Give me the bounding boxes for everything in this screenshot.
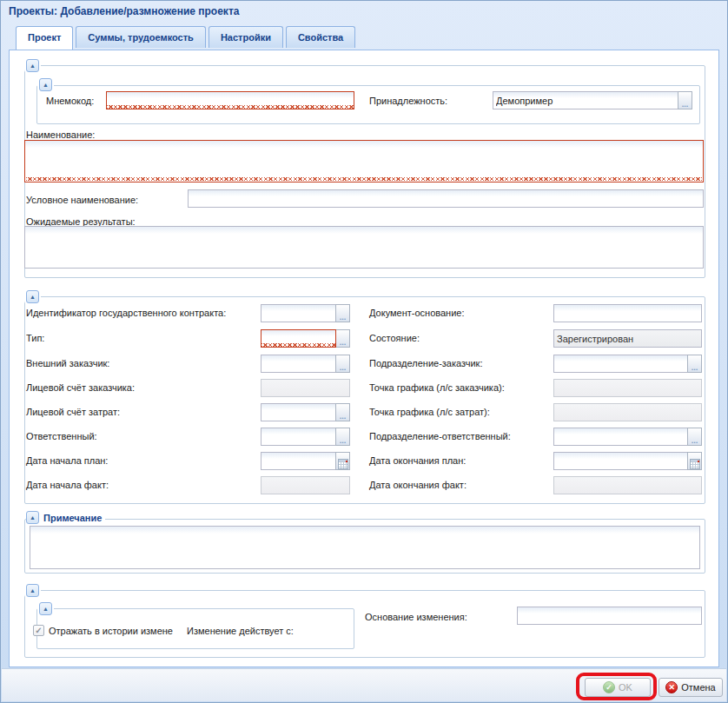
form-row: Внешний заказчик: ... Подразделение-зака… [10, 355, 718, 374]
collapse-icon: ▲ [30, 294, 36, 300]
tab-settings[interactable]: Настройки [208, 26, 283, 48]
belong-input[interactable] [493, 91, 678, 109]
responsible-label: Ответственный: [26, 431, 97, 441]
lookup-trigger-button[interactable]: ... [678, 91, 692, 109]
base-document-label: Документ-основание: [369, 308, 465, 318]
collapse-icon: ▲ [30, 514, 36, 521]
form-row: Ответственный: ... Подразделение-ответст… [10, 428, 718, 447]
type-label: Тип: [26, 333, 44, 343]
gov-contract-label: Идентификатор государственного контракта… [26, 308, 226, 318]
cancel-button-label: Отмена [681, 682, 715, 693]
ellipsis-icon: ... [692, 363, 698, 372]
ellipsis-icon: ... [340, 363, 347, 372]
collapse-button[interactable]: ▲ [26, 290, 39, 303]
alt-name-input[interactable] [188, 189, 704, 208]
date-trigger-button[interactable] [687, 452, 702, 470]
lookup-trigger-button[interactable]: ... [335, 304, 350, 322]
calendar-icon [338, 459, 348, 469]
ellipsis-icon: ... [682, 100, 689, 109]
note-textarea[interactable] [30, 526, 700, 569]
ellipsis-icon: ... [340, 412, 347, 421]
customer-department-input[interactable] [553, 355, 688, 373]
cost-account-input[interactable] [261, 403, 336, 421]
collapse-button[interactable]: ▲ [26, 59, 39, 72]
ok-button[interactable]: ✓ OK [585, 678, 651, 697]
gov-contract-input[interactable] [261, 304, 336, 322]
base-document-input[interactable] [553, 304, 702, 322]
collapse-button[interactable]: ▲ [39, 78, 52, 91]
history-checkbox[interactable]: ✓ [33, 625, 44, 636]
note-legend-label: Примечание [43, 513, 102, 523]
form-row: Идентификатор государственного контракта… [10, 304, 718, 323]
base-document-field [553, 304, 702, 322]
schedule-point-customer-label: Точка графика (л/с заказчика): [369, 382, 505, 393]
customer-department-field: ... [553, 355, 702, 373]
collapse-button[interactable]: ▲ [26, 584, 39, 597]
form-row: Тип: ... Состояние: [10, 329, 718, 348]
start-date-fact-label: Дата начала факт: [26, 480, 109, 490]
belong-field: ... [493, 91, 692, 109]
responsible-input[interactable] [261, 428, 336, 446]
dialog-body: ▲ ▲ Мнемокод: Принадлежность: ... Наимен… [9, 50, 719, 667]
external-customer-label: Внешний заказчик: [26, 358, 109, 368]
lookup-trigger-button[interactable]: ... [335, 329, 350, 348]
dialog-window: Проекты: Добавление/размножение проекта … [0, 0, 728, 703]
external-customer-input[interactable] [261, 355, 336, 373]
collapse-button[interactable]: ▲ [26, 511, 39, 524]
start-date-plan-label: Дата начала план: [26, 455, 108, 466]
alt-name-field [188, 189, 704, 208]
date-trigger-button[interactable] [335, 452, 350, 470]
tab-project[interactable]: Проект [16, 26, 73, 50]
collapse-icon: ▲ [43, 82, 49, 88]
state-field [553, 329, 702, 348]
ellipsis-icon: ... [340, 338, 347, 347]
name-label: Наименование: [26, 129, 95, 140]
cancel-button[interactable]: ✕ Отмена [659, 678, 723, 697]
change-reason-input[interactable] [517, 607, 702, 625]
ok-check-icon: ✓ [603, 681, 615, 693]
customer-department-label: Подразделение-заказчик: [369, 358, 482, 368]
lookup-trigger-button[interactable]: ... [335, 403, 350, 421]
customer-account-label: Лицевой счёт заказчика: [26, 382, 135, 393]
lookup-trigger-button[interactable]: ... [687, 355, 702, 373]
type-input[interactable] [261, 329, 336, 348]
lookup-trigger-button[interactable]: ... [335, 355, 350, 373]
history-checkbox-label: Отражать в истории измене [49, 626, 182, 636]
external-customer-field: ... [261, 355, 350, 373]
state-label: Состояние: [369, 333, 420, 343]
note-legend: ▲ Примечание [26, 511, 105, 524]
mnemo-input[interactable] [106, 91, 354, 109]
window-title: Проекты: Добавление/размножение проекта [9, 5, 239, 17]
name-textarea[interactable] [24, 140, 704, 182]
schedule-point-customer-field [553, 379, 702, 397]
collapse-icon: ▲ [30, 63, 36, 69]
ok-button-label: OK [619, 682, 632, 693]
end-date-plan-input[interactable] [553, 452, 688, 470]
calendar-icon [690, 459, 700, 469]
schedule-point-customer-input [553, 379, 702, 397]
lookup-trigger-button[interactable]: ... [335, 428, 350, 446]
tab-sums[interactable]: Суммы, трудоемкость [76, 26, 206, 48]
checkmark-icon: ✓ [35, 627, 42, 635]
lookup-trigger-button[interactable]: ... [687, 428, 702, 446]
change-reason-field [517, 607, 702, 625]
customer-account-field [261, 379, 350, 397]
form-row: Дата начала факт: Дата окончания факт: [10, 476, 718, 495]
responsible-department-input[interactable] [553, 428, 688, 446]
end-date-plan-label: Дата окончания план: [369, 455, 466, 466]
responsible-field: ... [261, 428, 350, 446]
end-date-fact-label: Дата окончания факт: [369, 480, 467, 490]
end-date-fact-input [553, 476, 702, 494]
form-row: Лицевой счёт затрат: ... Точка графика (… [10, 403, 718, 422]
form-row: Дата начала план: Дата окончания план: [10, 452, 718, 471]
results-textarea[interactable] [24, 226, 704, 269]
mnemo-field [106, 91, 354, 109]
mnemo-label: Мнемокод: [46, 96, 94, 106]
effective-date-label: Изменение действует с: [187, 626, 294, 636]
collapse-button[interactable]: ▲ [39, 602, 52, 615]
state-input [553, 329, 702, 348]
tab-properties[interactable]: Свойства [286, 26, 355, 48]
start-date-plan-input[interactable] [261, 452, 336, 470]
cost-account-label: Лицевой счёт затрат: [26, 407, 120, 417]
ellipsis-icon: ... [692, 436, 698, 445]
